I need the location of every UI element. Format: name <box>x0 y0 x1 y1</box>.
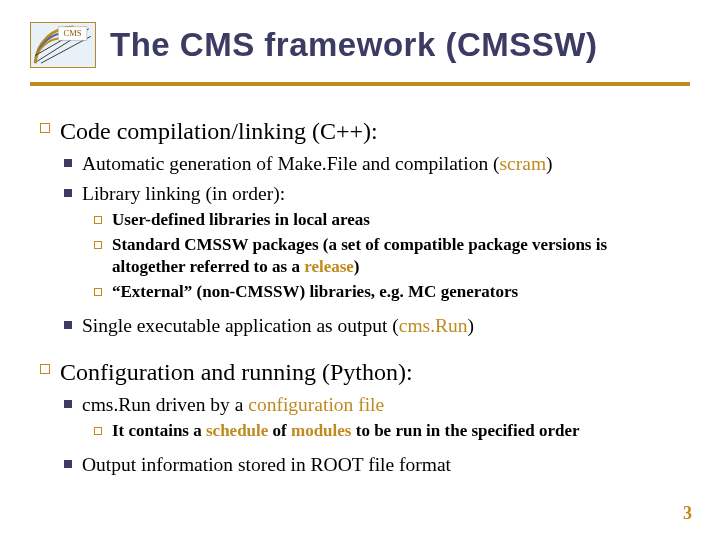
text: Automatic generation of Make.File and co… <box>82 153 500 174</box>
text: Single executable application as output … <box>82 315 399 336</box>
keyword: schedule <box>206 421 268 440</box>
bullet-solid-square-icon <box>64 189 72 197</box>
bullet-text: User-defined libraries in local areas <box>112 209 680 231</box>
bullet-solid-square-icon <box>64 400 72 408</box>
text: ) <box>468 315 475 336</box>
bullet-l1: Code compilation/linking (C++): <box>40 116 680 147</box>
text: of <box>268 421 291 440</box>
keyword: cms.Run <box>399 315 468 336</box>
bullet-text: Code compilation/linking (C++): <box>60 116 680 147</box>
bullet-text: “External” (non-CMSSW) libraries, e.g. M… <box>112 281 680 303</box>
keyword: modules <box>291 421 351 440</box>
bullet-text: cms.Run driven by a configuration file <box>82 392 680 417</box>
bullet-l3: “External” (non-CMSSW) libraries, e.g. M… <box>94 281 680 303</box>
bullet-small-hollow-icon <box>94 241 102 249</box>
text: ) <box>354 257 360 276</box>
bullet-hollow-square-icon <box>40 364 50 374</box>
bullet-text: Output information stored in ROOT file f… <box>82 452 680 477</box>
bullet-small-hollow-icon <box>94 216 102 224</box>
bullet-l3: It contains a schedule of modules to be … <box>94 420 680 442</box>
bullet-l1: Configuration and running (Python): <box>40 357 680 388</box>
bullet-l2: cms.Run driven by a configuration file <box>64 392 680 417</box>
bullet-l2: Single executable application as output … <box>64 313 680 338</box>
bullet-small-hollow-icon <box>94 427 102 435</box>
bullet-text: Single executable application as output … <box>82 313 680 338</box>
title-underline <box>30 82 690 86</box>
bullet-l3: Standard CMSSW packages (a set of compat… <box>94 234 680 278</box>
bullet-small-hollow-icon <box>94 288 102 296</box>
bullet-text: Library linking (in order): <box>82 181 680 206</box>
slide: CMS The CMS framework (CMSSW) Code compi… <box>0 0 720 540</box>
bullet-hollow-square-icon <box>40 123 50 133</box>
keyword: scram <box>500 153 547 174</box>
text: Standard CMSSW packages (a set of compat… <box>112 235 607 276</box>
slide-title: The CMS framework (CMSSW) <box>110 26 690 64</box>
cms-logo-icon: CMS <box>30 22 96 68</box>
page-number: 3 <box>683 503 692 524</box>
keyword: configuration file <box>248 394 384 415</box>
bullet-text: Standard CMSSW packages (a set of compat… <box>112 234 680 278</box>
text: It contains a <box>112 421 206 440</box>
bullet-text: Configuration and running (Python): <box>60 357 680 388</box>
bullet-solid-square-icon <box>64 321 72 329</box>
slide-body: Code compilation/linking (C++): Automati… <box>40 110 680 480</box>
bullet-solid-square-icon <box>64 159 72 167</box>
bullet-l2: Library linking (in order): <box>64 181 680 206</box>
bullet-text: It contains a schedule of modules to be … <box>112 420 680 442</box>
logo-text: CMS <box>63 28 81 38</box>
text: to be run in the specified order <box>351 421 579 440</box>
text: cms.Run driven by a <box>82 394 248 415</box>
bullet-l2: Automatic generation of Make.File and co… <box>64 151 680 176</box>
keyword: release <box>304 257 354 276</box>
bullet-text: Automatic generation of Make.File and co… <box>82 151 680 176</box>
bullet-l3: User-defined libraries in local areas <box>94 209 680 231</box>
bullet-solid-square-icon <box>64 460 72 468</box>
bullet-l2: Output information stored in ROOT file f… <box>64 452 680 477</box>
text: ) <box>546 153 553 174</box>
